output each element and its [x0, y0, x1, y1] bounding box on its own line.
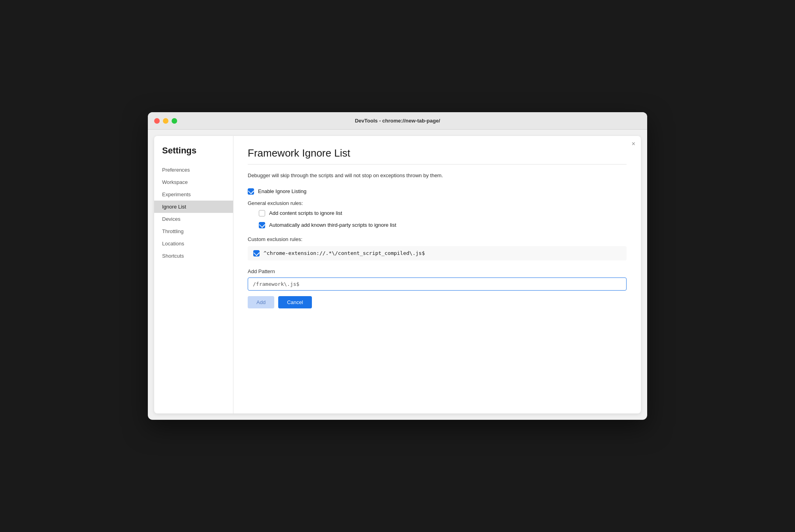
add-content-scripts-label[interactable]: Add content scripts to ignore list: [269, 210, 342, 216]
enable-ignore-listing-label[interactable]: Enable Ignore Listing: [258, 188, 306, 194]
custom-exclusion-label: Custom exclusion rules:: [248, 236, 627, 242]
page-title: Framework Ignore List: [248, 147, 627, 159]
sidebar-heading: Settings: [154, 145, 233, 164]
sidebar-item-devices[interactable]: Devices: [154, 213, 233, 225]
auto-add-third-party-row: Automatically add known third-party scri…: [259, 222, 627, 228]
sidebar-item-preferences[interactable]: Preferences: [154, 164, 233, 176]
add-pattern-section: Add Pattern Add Cancel: [248, 268, 627, 308]
page-description: Debugger will skip through the scripts a…: [248, 172, 627, 180]
traffic-lights: [154, 118, 177, 124]
browser-window: DevTools - chrome://new-tab-page/ × Sett…: [148, 112, 647, 420]
enable-ignore-listing-row: Enable Ignore Listing: [248, 188, 627, 195]
section-divider: [248, 164, 627, 165]
cancel-button[interactable]: Cancel: [278, 296, 312, 308]
custom-exclusion-section: Custom exclusion rules: ^chrome-extensio…: [248, 236, 627, 260]
add-pattern-label: Add Pattern: [248, 268, 627, 274]
general-exclusion-section: General exclusion rules: Add content scr…: [248, 200, 627, 228]
add-content-scripts-row: Add content scripts to ignore list: [259, 210, 627, 216]
titlebar-title: DevTools - chrome://new-tab-page/: [355, 118, 440, 124]
sidebar-item-experiments[interactable]: Experiments: [154, 188, 233, 201]
auto-add-third-party-checkbox[interactable]: [259, 222, 265, 228]
sidebar-item-throttling[interactable]: Throttling: [154, 225, 233, 237]
custom-rule-item: ^chrome-extension://.*\/content_script_c…: [248, 246, 627, 260]
general-rules-list: Add content scripts to ignore list Autom…: [259, 210, 627, 228]
add-button[interactable]: Add: [248, 296, 274, 308]
sidebar-item-locations[interactable]: Locations: [154, 237, 233, 250]
add-content-scripts-checkbox[interactable]: [259, 210, 265, 216]
sidebar-item-shortcuts[interactable]: Shortcuts: [154, 250, 233, 262]
button-row: Add Cancel: [248, 296, 627, 308]
sidebar-item-ignore-list[interactable]: Ignore List: [154, 201, 233, 213]
close-traffic-light[interactable]: [154, 118, 160, 124]
close-button[interactable]: ×: [632, 141, 635, 147]
chrome-extension-rule-label: ^chrome-extension://.*\/content_script_c…: [264, 250, 425, 256]
sidebar-item-workspace[interactable]: Workspace: [154, 176, 233, 188]
auto-add-third-party-label[interactable]: Automatically add known third-party scri…: [269, 222, 396, 228]
main-content: Framework Ignore List Debugger will skip…: [233, 136, 641, 413]
modal-content: × Settings Preferences Workspace Experim…: [154, 136, 641, 413]
enable-ignore-listing-checkbox[interactable]: [248, 188, 254, 195]
sidebar: Settings Preferences Workspace Experimen…: [154, 136, 233, 413]
minimize-traffic-light[interactable]: [163, 118, 168, 124]
pattern-input[interactable]: [248, 277, 627, 291]
titlebar: DevTools - chrome://new-tab-page/: [148, 112, 647, 130]
general-exclusion-label: General exclusion rules:: [248, 200, 627, 206]
chrome-extension-rule-checkbox[interactable]: [253, 250, 260, 256]
maximize-traffic-light[interactable]: [172, 118, 177, 124]
